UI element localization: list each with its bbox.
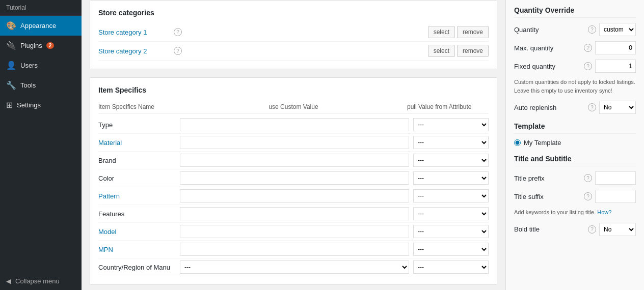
store-categories-title: Store categories bbox=[98, 9, 489, 17]
spec-pull-select-material[interactable]: --- bbox=[413, 136, 489, 149]
template-radio-row: My Template bbox=[514, 139, 636, 147]
spec-name-type: Type bbox=[98, 121, 176, 129]
settings-icon: ⊞ bbox=[6, 100, 13, 110]
auto-replenish-select[interactable]: No Yes bbox=[599, 101, 636, 114]
bold-title-row: Bold title ? No Yes bbox=[514, 223, 636, 236]
spec-input-color[interactable] bbox=[180, 171, 409, 185]
fixed-quantity-input[interactable] bbox=[595, 60, 636, 73]
max-quantity-input[interactable] bbox=[595, 41, 636, 54]
store-category-row-2: Store category 2 ? select remove bbox=[98, 42, 489, 61]
fixed-quantity-help-icon[interactable]: ? bbox=[584, 62, 592, 70]
title-suffix-help-icon[interactable]: ? bbox=[584, 192, 592, 200]
spec-pull-select-features[interactable]: --- bbox=[413, 207, 489, 220]
spec-pull-pattern: --- bbox=[413, 189, 489, 202]
spec-input-model[interactable] bbox=[180, 225, 409, 238]
title-suffix-input[interactable] bbox=[595, 190, 636, 203]
spec-pull-features: --- bbox=[413, 207, 489, 220]
spec-pull-select-type[interactable]: --- bbox=[413, 118, 489, 131]
specifics-row-pattern: Pattern --- bbox=[98, 187, 489, 205]
title-suffix-label: Title suffix bbox=[514, 193, 581, 200]
sidebar-item-appearance[interactable]: 🎨 Appearance bbox=[0, 16, 82, 36]
store-categories-card: Store categories Store category 1 ? sele… bbox=[90, 0, 497, 69]
template-title: Template bbox=[514, 122, 636, 134]
spec-pull-select-mpn[interactable]: --- bbox=[413, 243, 489, 256]
store-category-2-remove-button[interactable]: remove bbox=[457, 45, 489, 57]
spec-input-mpn[interactable] bbox=[180, 243, 409, 256]
spec-pull-mpn: --- bbox=[413, 243, 489, 256]
spec-input-pattern[interactable] bbox=[180, 189, 409, 202]
spec-input-country[interactable]: --- bbox=[180, 260, 409, 274]
specifics-row-color: Color --- bbox=[98, 169, 489, 187]
plugins-icon: 🔌 bbox=[6, 41, 16, 50]
title-subtitle-section: Title and Subtitle Title prefix ? Title … bbox=[514, 155, 636, 236]
auto-replenish-row: Auto replenish ? No Yes bbox=[514, 101, 636, 114]
store-category-1-label: Store category 1 bbox=[98, 28, 170, 36]
spec-pull-select-color[interactable]: --- bbox=[413, 171, 489, 185]
bold-title-help-icon[interactable]: ? bbox=[588, 225, 596, 234]
sidebar-item-settings[interactable]: ⊞ Settings bbox=[0, 95, 82, 115]
spec-pull-select-pattern[interactable]: --- bbox=[413, 189, 489, 202]
spec-pull-select-brand[interactable]: --- bbox=[413, 154, 489, 167]
col-name-header: Item Specifics Name bbox=[98, 103, 180, 110]
max-quantity-help-icon[interactable]: ? bbox=[584, 44, 592, 52]
appearance-icon: 🎨 bbox=[6, 21, 16, 31]
quantity-row: Quantity ? custom bbox=[514, 23, 636, 36]
fixed-quantity-row: Fixed quantity ? bbox=[514, 60, 636, 73]
title-prefix-help-icon[interactable]: ? bbox=[584, 174, 592, 182]
store-category-1-select-button[interactable]: select bbox=[428, 26, 455, 38]
title-prefix-input[interactable] bbox=[595, 171, 636, 185]
spec-pull-color: --- bbox=[413, 171, 489, 185]
spec-name-color: Color bbox=[98, 175, 176, 182]
tools-icon: 🔧 bbox=[6, 80, 16, 90]
store-category-row-1: Store category 1 ? select remove bbox=[98, 23, 489, 42]
quantity-help-icon[interactable]: ? bbox=[588, 25, 596, 34]
specifics-row-type: Type --- bbox=[98, 116, 489, 134]
spec-input-brand[interactable] bbox=[180, 154, 409, 167]
sidebar-item-users[interactable]: 👤 Users bbox=[0, 55, 82, 75]
spec-name-features: Features bbox=[98, 210, 176, 218]
sidebar-item-tools[interactable]: 🔧 Tools bbox=[0, 75, 82, 95]
spec-pull-model: --- bbox=[413, 225, 489, 238]
sidebar-item-plugins[interactable]: 🔌 Plugins 2 bbox=[0, 36, 82, 55]
quantity-override-title: Quantity Override bbox=[514, 6, 636, 18]
sidebar-tutorial: Tutorial bbox=[0, 0, 82, 16]
template-radio[interactable] bbox=[514, 139, 521, 146]
title-prefix-label: Title prefix bbox=[514, 175, 581, 182]
spec-pull-type: --- bbox=[413, 118, 489, 131]
quantity-label: Quantity bbox=[514, 26, 585, 34]
item-specifics-card: Item Specifics Item Specifics Name use C… bbox=[90, 77, 497, 285]
users-icon: 👤 bbox=[6, 61, 16, 70]
auto-replenish-help-icon[interactable]: ? bbox=[588, 103, 596, 111]
sidebar: Tutorial 🎨 Appearance 🔌 Plugins 2 👤 User… bbox=[0, 0, 82, 290]
auto-replenish-label: Auto replenish bbox=[514, 104, 585, 111]
title-prefix-row: Title prefix ? bbox=[514, 171, 636, 185]
spec-pull-country: --- bbox=[413, 260, 489, 274]
store-category-1-help[interactable]: ? bbox=[174, 28, 182, 36]
store-category-2-select-button[interactable]: select bbox=[428, 45, 455, 57]
max-quantity-label: Max. quantity bbox=[514, 44, 581, 52]
collapse-menu-button[interactable]: ◀ Collapse menu bbox=[0, 272, 82, 290]
store-category-1-remove-button[interactable]: remove bbox=[457, 26, 489, 38]
spec-name-mpn: MPN bbox=[98, 246, 176, 253]
bold-title-select[interactable]: No Yes bbox=[599, 223, 636, 236]
how-link[interactable]: How? bbox=[597, 209, 611, 215]
collapse-icon: ◀ bbox=[6, 277, 11, 285]
spec-input-material[interactable] bbox=[180, 136, 409, 149]
title-subtitle-title: Title and Subtitle bbox=[514, 155, 636, 166]
quantity-select[interactable]: custom bbox=[599, 23, 636, 36]
spec-name-pattern: Pattern bbox=[98, 192, 176, 200]
spec-input-features[interactable] bbox=[180, 207, 409, 220]
quantity-override-section: Quantity Override Quantity ? custom Max.… bbox=[514, 6, 636, 114]
item-specifics-title: Item Specifics bbox=[98, 86, 489, 94]
spec-name-brand: Brand bbox=[98, 157, 176, 164]
spec-pull-material: --- bbox=[413, 136, 489, 149]
specifics-row-mpn: MPN --- bbox=[98, 241, 489, 258]
spec-pull-select-model[interactable]: --- bbox=[413, 225, 489, 238]
store-category-2-actions: select remove bbox=[428, 45, 489, 57]
spec-pull-select-country[interactable]: --- bbox=[413, 260, 489, 274]
store-category-2-help[interactable]: ? bbox=[174, 47, 182, 55]
spec-name-material: Material bbox=[98, 139, 176, 147]
max-quantity-row: Max. quantity ? bbox=[514, 41, 636, 54]
store-category-2-label: Store category 2 bbox=[98, 47, 170, 55]
spec-input-type[interactable] bbox=[180, 118, 409, 131]
